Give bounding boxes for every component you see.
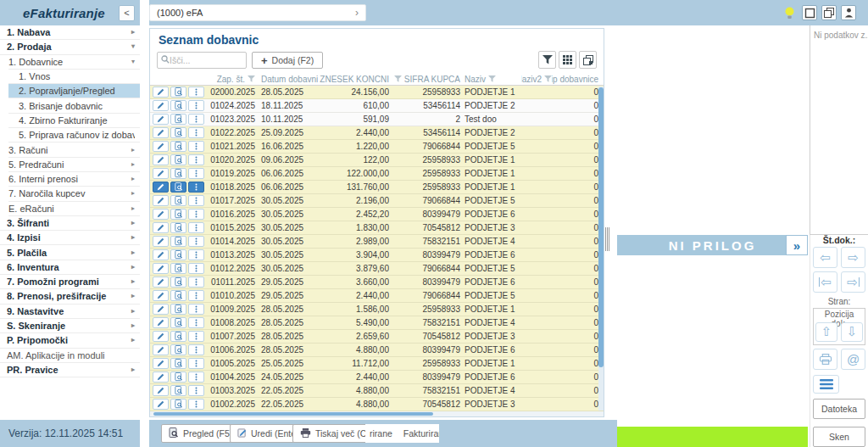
row-menu-button[interactable] — [188, 100, 204, 111]
datoteka-button[interactable]: Datoteka — [813, 399, 865, 419]
table-row[interactable]: 01003.202522.05.20254.880,0075832151PODJ… — [150, 384, 604, 398]
edit-row-button[interactable] — [153, 114, 169, 125]
table-row[interactable]: 01008.202528.05.20255.490,0075832151PODJ… — [150, 316, 604, 330]
sidebar-item[interactable]: 4. Zbirno Fakturiranje — [8, 114, 140, 128]
preview-row-button[interactable] — [170, 209, 186, 220]
sidebar-item[interactable]: 3. Računi▸ — [8, 142, 140, 157]
panel-splitter-handle[interactable] — [605, 227, 610, 251]
table-row[interactable]: 01020.202509.06.2025122,0025958933PODJET… — [150, 154, 604, 167]
sidebar-item[interactable]: 9. Nastavitve▸ — [0, 305, 140, 319]
window-button[interactable] — [802, 5, 817, 20]
row-menu-button[interactable] — [188, 277, 204, 288]
preview-row-button[interactable] — [170, 141, 186, 152]
table-row[interactable]: 01013.202530.05.20253.904,0080399479PODJ… — [150, 249, 604, 262]
table-row[interactable]: 01005.202525.05.202511.712,0025958933POD… — [150, 357, 604, 371]
filter-button[interactable] — [538, 51, 556, 69]
tab-nefakturirane-partial[interactable]: rirane — [370, 428, 392, 439]
row-menu-button[interactable] — [188, 358, 204, 369]
table-row[interactable]: 01007.202528.05.20252.659,6070545812PODJ… — [150, 330, 604, 344]
first-doc-button[interactable]: ⇦ — [813, 271, 837, 293]
preview-row-button[interactable] — [170, 87, 186, 98]
pozicija-up-button[interactable]: ⇧ — [815, 322, 837, 342]
row-menu-button[interactable] — [188, 263, 204, 274]
edit-row-button[interactable] — [153, 87, 169, 98]
sidebar-item[interactable]: 4. Izpisi▸ — [0, 231, 140, 245]
row-menu-button[interactable] — [188, 127, 204, 138]
row-menu-button[interactable] — [188, 304, 204, 315]
row-menu-button[interactable] — [188, 195, 204, 206]
column-header-tip[interactable]: Tip dobavnice — [552, 75, 598, 84]
sidebar-item[interactable]: 5. Priprava računov iz dobavnic — [8, 128, 140, 142]
table-row[interactable]: 01004.202524.05.20252.440,0080399479PODJ… — [150, 371, 604, 384]
expand-attachment-button[interactable]: » — [786, 235, 808, 255]
edit-row-button[interactable] — [153, 182, 169, 193]
company-selector[interactable]: (1000) eFA › — [149, 4, 366, 21]
sidebar-item[interactable]: P. Pripomočki▸ — [0, 333, 140, 348]
table-row[interactable]: 01024.202518.11.2025610,0053456114PODJET… — [150, 99, 604, 113]
row-menu-button[interactable] — [188, 372, 204, 383]
horizontal-scrollbar[interactable] — [150, 411, 604, 416]
row-menu-button[interactable] — [188, 182, 204, 193]
preview-row-button[interactable] — [170, 344, 186, 355]
row-menu-button[interactable] — [188, 141, 204, 152]
sidebar-item[interactable]: 5. Plačila▸ — [0, 245, 140, 260]
sidebar-item[interactable]: 6. Interni prenosi▸ — [8, 172, 140, 187]
table-row[interactable]: 01014.202530.05.20252.989,0075832151PODJ… — [150, 235, 604, 249]
preview-row-button[interactable] — [170, 222, 186, 233]
edit-row-button[interactable] — [153, 249, 169, 260]
sidebar-collapse-button[interactable]: < — [119, 5, 135, 21]
row-menu-button[interactable] — [188, 236, 204, 247]
row-menu-button[interactable] — [188, 290, 204, 301]
table-row[interactable]: 01011.202529.05.20253.660,0080399479PODJ… — [150, 276, 604, 289]
edit-row-button[interactable] — [153, 385, 169, 396]
preview-row-button[interactable] — [170, 399, 186, 410]
row-menu-button[interactable] — [188, 209, 204, 220]
tab-fakturirane[interactable]: Fakturirane — [403, 428, 439, 439]
preview-row-button[interactable] — [170, 385, 186, 396]
preview-row-button[interactable] — [170, 277, 186, 288]
sidebar-item[interactable]: 3. Šifranti▸ — [0, 216, 140, 231]
row-menu-button[interactable] — [188, 87, 204, 98]
edit-row-button[interactable] — [153, 195, 169, 206]
edit-row-button[interactable] — [153, 399, 169, 410]
sken-button[interactable]: Sken — [813, 427, 865, 447]
table-row[interactable]: 01022.202525.09.20252.440,0053456114PODJ… — [150, 126, 604, 140]
cascade-windows-button[interactable] — [821, 5, 837, 20]
row-menu-button[interactable] — [188, 168, 204, 179]
sidebar-item[interactable]: E. eRačuni▸ — [8, 202, 140, 216]
filter-funnel-icon[interactable] — [394, 75, 402, 84]
sidebar-item[interactable]: 7. Naročila kupcev▸ — [8, 187, 140, 201]
row-menu-button[interactable] — [188, 222, 204, 233]
edit-row-button[interactable] — [153, 263, 169, 274]
sidebar-item[interactable]: 5. Predračuni▸ — [8, 158, 140, 172]
pozicija-down-button[interactable]: ⇩ — [841, 322, 863, 342]
email-button[interactable]: @ — [841, 349, 865, 370]
row-menu-button[interactable] — [188, 249, 204, 260]
row-menu-button[interactable] — [188, 114, 204, 125]
sidebar-item[interactable]: 6. Inventura▸ — [0, 260, 140, 275]
table-row[interactable]: 01010.202529.05.20252.440,0079066844PODJ… — [150, 289, 604, 303]
table-row[interactable]: 01002.202522.05.20254.880,0070545812PODJ… — [150, 398, 604, 411]
preview-row-button[interactable] — [170, 100, 186, 111]
table-row[interactable]: 01023.202510.11.2025591,092Test doo0 — [150, 113, 604, 126]
edit-row-button[interactable] — [153, 344, 169, 355]
row-menu-button[interactable] — [188, 317, 204, 328]
column-grid-button[interactable] — [559, 51, 576, 69]
edit-row-button[interactable] — [153, 127, 169, 138]
pregled-button[interactable]: Pregled (F5) — [161, 424, 240, 443]
row-menu-button[interactable] — [188, 154, 204, 165]
edit-row-button[interactable] — [153, 317, 169, 328]
sidebar-item[interactable]: PR. Pravice▸ — [0, 363, 140, 377]
table-row[interactable]: 02000.202528.05.202524.156,0025958933POD… — [150, 86, 604, 99]
table-row[interactable]: 01006.202528.05.20254.880,0080399479PODJ… — [150, 344, 604, 357]
column-header-sifra[interactable]: SIFRA KUPCA — [389, 75, 460, 84]
print-button[interactable] — [813, 349, 837, 370]
edit-row-button[interactable] — [153, 154, 169, 165]
sidebar-item[interactable]: 1. Vnos — [8, 70, 140, 84]
column-header-naziv2[interactable]: Naziv2 — [521, 75, 552, 84]
vertical-scrollbar[interactable] — [598, 87, 604, 411]
preview-row-button[interactable] — [170, 168, 186, 179]
hint-lightbulb-icon[interactable] — [782, 5, 797, 20]
sidebar-item[interactable]: AM. Aplikacije in moduli — [0, 349, 140, 363]
edit-row-button[interactable] — [153, 331, 169, 342]
